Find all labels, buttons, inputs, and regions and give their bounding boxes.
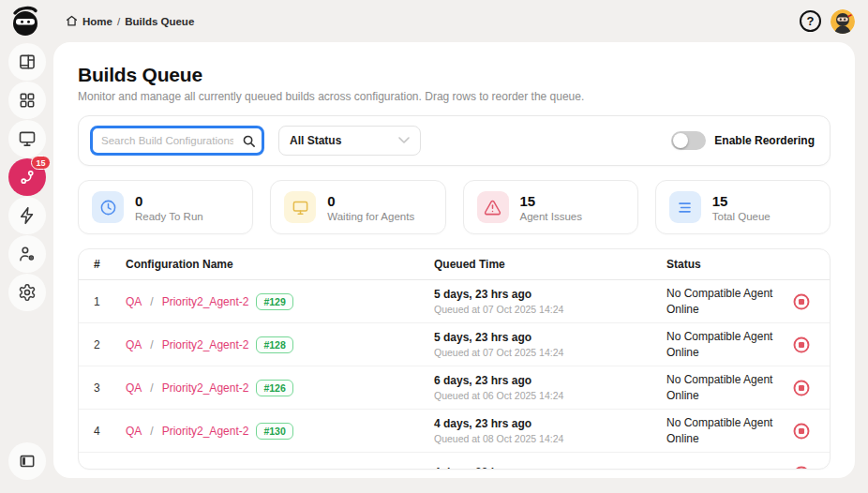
remove-from-queue-button[interactable] (792, 379, 811, 397)
project-link[interactable]: QA (126, 381, 142, 395)
sidebar-item-runs[interactable] (8, 197, 46, 234)
stat-label: Waiting for Agents (327, 211, 414, 222)
queued-ago: 5 days, 23 hrs ago (434, 331, 666, 344)
stat-value: 0 (135, 193, 203, 209)
queued-time-cell: 6 days, 23 hrs ago Queued at 06 Oct 2025… (434, 374, 666, 401)
sidebar-item-users[interactable] (8, 235, 46, 273)
sidebar-item-projects[interactable] (8, 82, 46, 119)
chevron-down-icon (398, 137, 410, 144)
filter-bar: All Status Enable Reordering (78, 115, 831, 166)
project-link[interactable]: QA (126, 468, 142, 471)
path-separator: / (150, 295, 153, 308)
status-filter-select[interactable]: All Status (278, 126, 421, 156)
grid-icon (18, 91, 37, 110)
queued-time-cell: 4 days, 23 hrs ago (434, 466, 666, 470)
build-number-badge[interactable]: #126 (256, 380, 292, 396)
stat-card-waiting-for-agents: 0 Waiting for Agents (270, 180, 445, 234)
help-icon[interactable]: ? (800, 10, 821, 32)
status-text: No Compatible Agent Online (666, 329, 790, 359)
remove-from-queue-button[interactable] (792, 292, 811, 311)
col-header-configuration: Configuration Name (126, 258, 434, 271)
warning-triangle-icon (477, 191, 509, 223)
status-text: No Compatible Agent (666, 466, 790, 470)
reorder-toggle-label: Enable Reordering (714, 134, 815, 147)
config-link[interactable]: Priority2_Agent-2 (162, 425, 249, 438)
remove-from-queue-button[interactable] (792, 422, 811, 441)
path-separator: / (150, 338, 153, 351)
user-avatar[interactable] (831, 9, 855, 34)
table-row: 3 QA / Priority2_Agent-2 #126 6 days, 23… (79, 366, 830, 410)
stop-icon (792, 422, 811, 441)
config-link[interactable]: Priority2_Agent-2 (162, 381, 249, 395)
stat-card-total-queue: 15 Total Queue (655, 180, 831, 234)
row-index: 5 (94, 468, 126, 471)
queued-ago: 4 days, 23 hrs ago (434, 417, 666, 430)
project-link[interactable]: QA (126, 338, 142, 351)
search-icon (242, 134, 256, 148)
stat-card-agent-issues: 15 Agent Issues (463, 180, 638, 234)
remove-from-queue-button[interactable] (792, 465, 811, 471)
breadcrumb: Home / Builds Queue (66, 0, 194, 42)
breadcrumb-current: Builds Queue (125, 16, 194, 27)
table-row: 4 QA / Priority2_Agent-2 #130 4 days, 23… (79, 410, 830, 453)
project-link[interactable]: QA (126, 425, 142, 438)
col-header-index: # (94, 258, 126, 271)
home-icon (66, 15, 78, 27)
sidebar-item-dashboard[interactable] (8, 43, 46, 81)
queued-ago: 5 days, 23 hrs ago (434, 288, 666, 301)
enable-reordering-toggle[interactable] (671, 131, 706, 150)
brand-ninja-logo[interactable] (8, 5, 42, 38)
stat-label: Total Queue (712, 211, 771, 222)
queued-at: Queued at 08 Oct 2025 14:24 (434, 433, 666, 444)
config-link[interactable]: Priority2_Agent-2 (162, 468, 249, 471)
configuration-cell: QA / Priority2_Agent-2 #129 (126, 293, 434, 310)
table-header-row: # Configuration Name Queued Time Status (79, 249, 830, 280)
table-row: 2 QA / Priority2_Agent-2 #128 5 days, 23… (79, 323, 830, 366)
configuration-cell: QA / Priority2_Agent-2 (126, 468, 434, 471)
build-number-badge[interactable]: #130 (256, 423, 292, 440)
breadcrumb-home-link[interactable]: Home (82, 16, 112, 27)
stats-row: 0 Ready To Run 0 Waiting for Agents (78, 180, 831, 234)
sidebar-item-agents[interactable] (8, 120, 46, 157)
queued-time-cell: 4 days, 23 hrs ago Queued at 08 Oct 2025… (434, 417, 666, 444)
build-number-badge[interactable]: #129 (256, 293, 292, 310)
stop-icon (792, 292, 811, 311)
config-link[interactable]: Priority2_Agent-2 (162, 338, 249, 351)
stat-card-ready-to-run: 0 Ready To Run (78, 180, 253, 234)
configuration-cell: QA / Priority2_Agent-2 #128 (126, 336, 434, 353)
sidebar-item-builds-queue[interactable]: 15 (8, 158, 46, 196)
table-row: 1 QA / Priority2_Agent-2 #129 5 days, 23… (79, 280, 830, 323)
topbar: Home / Builds Queue ? (0, 0, 868, 42)
sidebar-item-settings[interactable] (8, 274, 46, 311)
status-text: No Compatible Agent Online (666, 415, 790, 445)
path-separator: / (150, 425, 153, 438)
search-input[interactable] (90, 126, 264, 156)
builds-queue-table: # Configuration Name Queued Time Status … (78, 248, 831, 470)
reorder-toggle-wrap: Enable Reordering (671, 131, 818, 150)
queued-time-cell: 5 days, 23 hrs ago Queued at 07 Oct 2025… (434, 331, 666, 358)
col-header-status: Status (666, 258, 792, 271)
monitor-icon (18, 129, 37, 148)
path-separator: / (150, 381, 153, 395)
queued-at: Queued at 07 Oct 2025 14:24 (434, 304, 666, 315)
build-number-badge[interactable]: #128 (256, 336, 292, 353)
sidebar-nav: 15 (0, 42, 53, 493)
topbar-actions: ? (800, 0, 855, 42)
remove-from-queue-button[interactable] (792, 336, 811, 354)
sidebar-item-collapse[interactable] (8, 442, 46, 480)
clock-icon (92, 191, 124, 223)
queued-ago: 4 days, 23 hrs ago (434, 466, 666, 470)
queued-at: Queued at 06 Oct 2025 14:24 (434, 390, 666, 401)
stat-label: Ready To Run (135, 211, 203, 222)
user-gear-icon (18, 245, 37, 263)
stat-value: 0 (327, 193, 414, 209)
stat-value: 15 (712, 193, 771, 209)
config-link[interactable]: Priority2_Agent-2 (162, 295, 249, 308)
row-index: 3 (94, 381, 126, 395)
stop-icon (792, 465, 811, 471)
stop-icon (792, 336, 811, 354)
project-link[interactable]: QA (126, 295, 142, 308)
row-index: 2 (94, 338, 126, 351)
col-header-queued-time: Queued Time (434, 258, 666, 271)
main-panel: Builds Queue Monitor and manage all curr… (53, 42, 855, 478)
